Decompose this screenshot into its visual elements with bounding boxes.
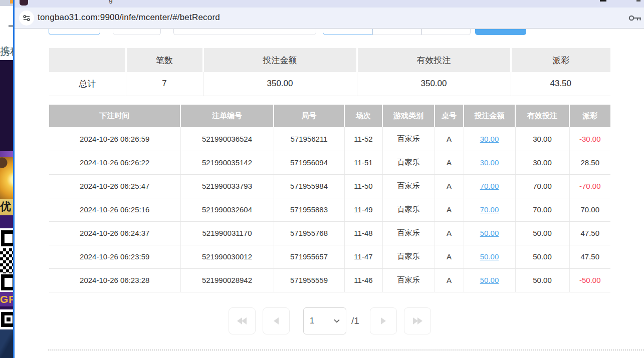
header-bet-time: 下注时间 [49,105,180,127]
site-settings-icon[interactable] [19,11,34,26]
cell-game-type: 百家乐 [382,151,435,174]
cell-round-number: 571955984 [274,174,344,198]
cell-bet-amount: 30.00 [464,151,515,174]
right-arrow-icon [378,315,389,326]
bet-amount-link[interactable]: 50.00 [480,252,499,261]
bg-purple-area-2 [0,215,13,228]
cell-bet-number: 521990028942 [180,268,274,292]
cell-bet-time: 2024-10-26 06:26:22 [49,151,180,174]
qr-modules [0,248,13,273]
cell-table-number: A [435,151,464,174]
cell-bet-time: 2024-10-26 06:26:59 [49,127,180,151]
double-left-arrow-icon [236,315,249,326]
browser-address-bar[interactable]: tongbao31.com:9900/infe/mcenter/#/betRec… [15,8,644,29]
screen: 携程 优 GF g [0,0,644,358]
cell-bet-time: 2024-10-26 06:25:16 [49,198,180,221]
summary-table: 笔数 投注金额 有效投注 派彩 总计 7 350.00 350.00 43.50 [49,48,610,96]
summary-total-label: 总计 [49,72,126,96]
cell-payout: -30.00 [569,127,610,151]
key-icon[interactable] [628,13,642,26]
header-payout: 派彩 [569,105,610,127]
qr-code-image [0,228,13,292]
last-page-button[interactable] [404,307,431,334]
bg-gray-dash [9,25,13,27]
cell-session: 11-47 [344,245,382,268]
cell-round-number: 571955768 [274,221,344,245]
promo-banner: 优 [0,199,13,215]
url-text[interactable]: tongbao31.com:9900/infe/mcenter/#/betRec… [38,13,220,23]
summary-header-bet-amount: 投注金额 [203,48,357,72]
cell-game-type: 百家乐 [382,245,435,268]
cell-payout: -50.00 [569,268,610,292]
prev-page-button[interactable] [263,307,290,334]
cell-bet-time: 2024-10-26 06:25:47 [49,174,180,198]
table-row: 2024-10-26 06:23:59521990030012571955657… [49,245,610,268]
qr-finder-pattern [1,274,13,290]
gf-logo: GF [0,292,13,306]
bet-table-body: 2024-10-26 06:26:59521990036524571956211… [49,127,610,292]
cell-bet-number: 521990030012 [180,245,274,268]
cell-table-number: A [435,268,464,292]
segment-button-active[interactable] [323,29,372,35]
left-arrow-icon [271,315,282,326]
browser-window: g tongbao31.com:9900/infe/mcenter/#/betR… [13,0,644,358]
cell-payout: -70.00 [569,174,610,198]
cell-bet-number: 521990032604 [180,198,274,221]
cell-bet-amount: 50.00 [464,221,515,245]
segment-button[interactable] [372,29,421,35]
cell-bet-amount: 70.00 [464,198,515,221]
first-page-button[interactable] [229,307,256,334]
bet-table-header-row: 下注时间 注单编号 局号 场次 游戏类别 桌号 投注金额 有效投注 派彩 [49,105,610,127]
cell-valid-bet: 70.00 [515,174,569,198]
cell-payout: 70.00 [569,198,610,221]
cell-round-number: 571955657 [274,245,344,268]
page-select[interactable]: 1 [303,307,346,334]
cell-valid-bet: 30.00 [515,151,569,174]
dotted-divider [48,349,644,350]
filter-button[interactable] [113,29,161,35]
query-button[interactable] [475,29,526,35]
ctrip-label: 携程 [0,44,13,59]
date-range-input[interactable] [173,29,316,35]
summary-total-row: 总计 7 350.00 350.00 43.50 [49,72,610,96]
maximize-icon[interactable] [636,0,640,2]
cell-table-number: A [435,174,464,198]
bet-amount-link[interactable]: 50.00 [480,229,499,237]
table-row: 2024-10-26 06:26:59521990036524571956211… [49,127,610,151]
bet-amount-link[interactable]: 70.00 [480,182,499,190]
cell-valid-bet: 50.00 [515,268,569,292]
bet-amount-link[interactable]: 30.00 [480,158,499,167]
next-page-button[interactable] [370,307,397,334]
cell-table-number: A [435,221,464,245]
cell-round-number: 571956211 [274,127,344,151]
summary-payout-value: 43.50 [511,72,610,96]
page-select-value: 1 [310,316,314,325]
table-row: 2024-10-26 06:23:28521990028942571955559… [49,268,610,292]
cell-game-type: 百家乐 [382,174,435,198]
cell-session: 11-46 [344,268,382,292]
segment-button[interactable] [421,29,471,35]
table-row: 2024-10-26 06:25:16521990032604571955883… [49,198,610,221]
filter-controls-cutoff [15,29,644,36]
summary-header-payout: 派彩 [511,48,610,72]
filter-button-active[interactable] [49,29,100,35]
cell-bet-number: 521990031170 [180,221,274,245]
header-bet-amount: 投注金额 [464,105,515,127]
bet-amount-link[interactable]: 50.00 [480,276,499,284]
cell-payout: 47.50 [569,221,610,245]
cell-bet-time: 2024-10-26 06:23:28 [49,268,180,292]
cell-round-number: 571955559 [274,268,344,292]
browser-tab-strip[interactable]: g [15,0,644,8]
background-window-strip: 携程 优 GF [0,0,13,358]
page-total-label: /1 [351,315,359,326]
summary-valid-bet-value: 350.00 [357,72,511,96]
cell-bet-time: 2024-10-26 06:24:37 [49,221,180,245]
table-row: 2024-10-26 06:25:47521990033793571955984… [49,174,610,198]
qr-code-image-2 [0,309,13,329]
cell-valid-bet: 70.00 [515,198,569,221]
minimize-icon[interactable] [600,0,606,2]
bet-amount-link[interactable]: 70.00 [480,205,499,214]
bet-amount-link[interactable]: 30.00 [480,135,499,143]
summary-header-blank [49,48,126,72]
cell-bet-time: 2024-10-26 06:23:59 [49,245,180,268]
